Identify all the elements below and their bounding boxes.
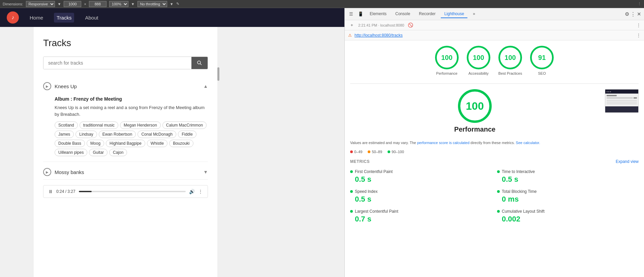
legend-label-green: 90–100 — [392, 150, 404, 154]
big-score-circle: 100 — [458, 89, 492, 123]
metric-si: Speed Index 0.5 s — [350, 189, 492, 204]
tag-scotland[interactable]: Scotland — [55, 122, 78, 129]
tag-whistle[interactable]: Whistle — [147, 140, 167, 147]
track-header-mossy-banks[interactable]: ▶ Mossy banks ▼ — [43, 165, 208, 179]
perf-left: 100 Performance — [350, 89, 600, 133]
url-bar-row: ⚠ http://localhost:8080/tracks ⋮ — [345, 30, 644, 40]
page-title: Tracks — [43, 38, 208, 48]
expand-view-button[interactable]: Expand view — [616, 159, 639, 164]
tags-row: Scotland traditionnal music Megan Hender… — [55, 122, 208, 156]
inspect-element-button[interactable]: ☰ — [347, 10, 355, 18]
device-toggle-button[interactable]: 📱 — [357, 10, 364, 18]
track-icon-knees-up: ▶ — [43, 82, 51, 90]
clear-report-button[interactable]: 🚫 — [407, 22, 414, 29]
tab-recorder[interactable]: Recorder — [416, 10, 439, 18]
zoom-select[interactable]: 100% — [109, 1, 128, 7]
tag-moog[interactable]: Moog — [87, 140, 104, 147]
divider — [350, 83, 639, 84]
search-button[interactable] — [191, 57, 208, 69]
thumb-body — [605, 94, 638, 106]
tag-conal[interactable]: Conal McDonagh — [137, 131, 176, 138]
metric-tbt-label: Total Blocking Time — [502, 189, 536, 194]
app-navbar: ♪ Home Tracks About — [0, 8, 344, 27]
throttling-select[interactable]: No throttling — [137, 1, 167, 7]
devtools-more-icon[interactable]: ⋮ — [631, 11, 636, 17]
metric-tti-label-row: Time to Interactive — [497, 169, 639, 174]
metric-tbt-value: 0 ms — [497, 195, 639, 204]
perf-link-1[interactable]: performance score is calculated — [417, 141, 469, 145]
score-label-best-practices: Best Practices — [498, 71, 522, 75]
metric-cls-label-row: Cumulative Layout Shift — [497, 209, 639, 214]
legend-row: 0–49 50–89 90–100 — [350, 150, 639, 154]
tag-megan[interactable]: Megan Henderson — [120, 122, 161, 129]
zoom-chevron: ▼ — [131, 2, 135, 6]
tag-ewan[interactable]: Ewan Robertson — [99, 131, 136, 138]
metric-tti-label: Time to Interactive — [502, 169, 535, 174]
perf-desc-text-2: directly from these metrics. — [470, 141, 515, 145]
tag-james[interactable]: James — [55, 131, 74, 138]
tab-lighthouse[interactable]: Lighthouse — [441, 10, 467, 18]
perf-section: 100 Performance — [350, 89, 639, 133]
chevron-up-icon: ▲ — [203, 83, 208, 89]
tab-console[interactable]: Console — [392, 10, 413, 18]
tag-lindsay[interactable]: Lindsay — [75, 131, 97, 138]
perf-big-label: Performance — [454, 126, 495, 133]
more-options-icon[interactable]: ⋮ — [638, 2, 641, 6]
lighthouse-url[interactable]: http://localhost:8080/tracks — [355, 33, 403, 38]
tag-guitar[interactable]: Guitar — [89, 149, 108, 156]
metric-lcp-label-row: Largest Contentful Paint — [350, 209, 492, 214]
search-input[interactable] — [43, 57, 191, 69]
time-display: 0:24 / 3:27 — [56, 189, 75, 194]
devtools-url-bar: + 2:21:41 PM · localhost:8080 🚫 ⋮ — [345, 20, 644, 30]
metric-cls: Cumulative Layout Shift 0.002 — [497, 209, 639, 223]
player-more-button[interactable]: ⋮ — [198, 189, 203, 194]
score-accessibility: 100 Accessibility — [467, 46, 490, 75]
score-circle-best-practices: 100 — [498, 46, 522, 69]
browser-top-bar: Dimensions: Responsive ▼ 1000 × 888 100%… — [0, 0, 644, 8]
legend-dot-red — [350, 150, 353, 153]
tag-highland[interactable]: Highland Bagpipe — [106, 140, 145, 147]
more-actions-icon[interactable]: ⋮ — [637, 23, 641, 28]
tag-calum[interactable]: Calum MacCrimmon — [162, 122, 207, 129]
score-circle-accessibility: 100 — [467, 46, 490, 69]
tag-cajon[interactable]: Cajon — [109, 149, 127, 156]
settings-icon[interactable]: ⚙ — [625, 11, 629, 17]
tag-doublebass[interactable]: Double Bass — [55, 140, 85, 147]
height-input[interactable]: 888 — [89, 1, 106, 7]
tab-elements[interactable]: Elements — [366, 10, 390, 18]
perf-link-2[interactable]: See calculator. — [516, 141, 540, 145]
legend-dot-orange — [368, 150, 370, 153]
responsive-select[interactable]: Responsive — [26, 1, 55, 7]
nav-tracks[interactable]: Tracks — [54, 13, 74, 23]
tag-uilleann[interactable]: Uilleann pipes — [55, 149, 87, 156]
tag-fiddle[interactable]: Fiddle — [178, 131, 196, 138]
width-input[interactable]: 1000 — [64, 1, 81, 7]
metric-fcp: First Contentful Paint 0.5 s — [350, 169, 492, 184]
thumb-navbar — [605, 90, 638, 94]
perf-right — [605, 89, 639, 133]
score-circle-performance: 100 — [435, 46, 459, 69]
svg-point-0 — [197, 61, 201, 64]
add-report-button[interactable]: + — [348, 22, 356, 29]
scrollbar-handle[interactable] — [217, 67, 219, 81]
url-more-icon[interactable]: ⋮ — [637, 33, 641, 38]
search-row — [43, 57, 208, 69]
thumb-item-1 — [607, 100, 637, 101]
pause-button[interactable]: ⏸ — [48, 189, 53, 194]
report-timestamp: 2:21:41 PM · localhost:8080 — [358, 23, 404, 27]
metric-si-label-row: Speed Index — [350, 189, 492, 194]
nav-about[interactable]: About — [82, 13, 101, 23]
tag-traditional[interactable]: traditionnal music — [80, 122, 118, 129]
volume-button[interactable]: 🔊 — [189, 189, 195, 194]
devtools-close-icon[interactable]: ✕ — [637, 11, 641, 17]
legend-red: 0–49 — [350, 150, 362, 154]
track-header-knees-up[interactable]: ▶ Knees Up ▲ — [43, 79, 208, 94]
metric-dot-si — [350, 190, 353, 193]
tag-bouzouki[interactable]: Bouzouki — [169, 140, 193, 147]
progress-fill — [79, 191, 92, 192]
edit-icon: ✎ — [176, 2, 179, 6]
progress-bar[interactable] — [79, 191, 186, 192]
nav-home[interactable]: Home — [27, 13, 46, 23]
tab-more-icon[interactable]: » — [469, 10, 479, 18]
left-gutter — [0, 27, 34, 277]
